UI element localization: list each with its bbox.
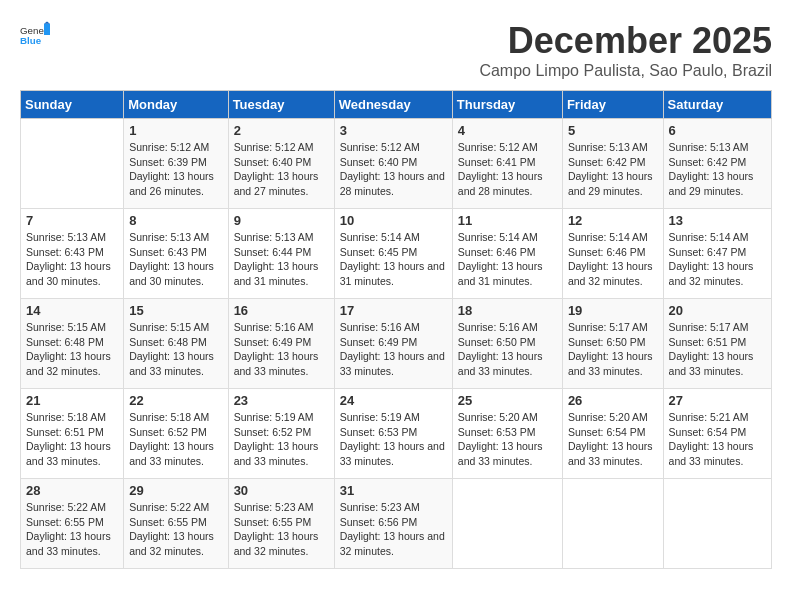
day-cell: 9Sunrise: 5:13 AMSunset: 6:44 PMDaylight… bbox=[228, 209, 334, 299]
day-cell: 20Sunrise: 5:17 AMSunset: 6:51 PMDayligh… bbox=[663, 299, 771, 389]
day-cell: 11Sunrise: 5:14 AMSunset: 6:46 PMDayligh… bbox=[452, 209, 562, 299]
day-info: Sunrise: 5:13 AMSunset: 6:43 PMDaylight:… bbox=[26, 230, 118, 289]
day-number: 26 bbox=[568, 393, 658, 408]
day-cell: 4Sunrise: 5:12 AMSunset: 6:41 PMDaylight… bbox=[452, 119, 562, 209]
day-cell: 22Sunrise: 5:18 AMSunset: 6:52 PMDayligh… bbox=[124, 389, 228, 479]
day-number: 11 bbox=[458, 213, 557, 228]
day-info: Sunrise: 5:18 AMSunset: 6:51 PMDaylight:… bbox=[26, 410, 118, 469]
day-number: 28 bbox=[26, 483, 118, 498]
day-info: Sunrise: 5:16 AMSunset: 6:50 PMDaylight:… bbox=[458, 320, 557, 379]
day-info: Sunrise: 5:12 AMSunset: 6:40 PMDaylight:… bbox=[340, 140, 447, 199]
day-number: 23 bbox=[234, 393, 329, 408]
day-cell: 18Sunrise: 5:16 AMSunset: 6:50 PMDayligh… bbox=[452, 299, 562, 389]
day-cell bbox=[663, 479, 771, 569]
day-info: Sunrise: 5:12 AMSunset: 6:41 PMDaylight:… bbox=[458, 140, 557, 199]
day-number: 1 bbox=[129, 123, 222, 138]
col-header-wednesday: Wednesday bbox=[334, 91, 452, 119]
day-cell: 7Sunrise: 5:13 AMSunset: 6:43 PMDaylight… bbox=[21, 209, 124, 299]
day-number: 19 bbox=[568, 303, 658, 318]
day-number: 8 bbox=[129, 213, 222, 228]
day-cell: 13Sunrise: 5:14 AMSunset: 6:47 PMDayligh… bbox=[663, 209, 771, 299]
col-header-saturday: Saturday bbox=[663, 91, 771, 119]
location-title: Campo Limpo Paulista, Sao Paulo, Brazil bbox=[479, 62, 772, 80]
day-number: 5 bbox=[568, 123, 658, 138]
week-row: 7Sunrise: 5:13 AMSunset: 6:43 PMDaylight… bbox=[21, 209, 772, 299]
day-number: 25 bbox=[458, 393, 557, 408]
header: General Blue December 2025 Campo Limpo P… bbox=[20, 20, 772, 80]
day-number: 21 bbox=[26, 393, 118, 408]
day-info: Sunrise: 5:13 AMSunset: 6:44 PMDaylight:… bbox=[234, 230, 329, 289]
day-cell: 27Sunrise: 5:21 AMSunset: 6:54 PMDayligh… bbox=[663, 389, 771, 479]
day-cell: 25Sunrise: 5:20 AMSunset: 6:53 PMDayligh… bbox=[452, 389, 562, 479]
day-cell bbox=[452, 479, 562, 569]
week-row: 21Sunrise: 5:18 AMSunset: 6:51 PMDayligh… bbox=[21, 389, 772, 479]
week-row: 1Sunrise: 5:12 AMSunset: 6:39 PMDaylight… bbox=[21, 119, 772, 209]
day-info: Sunrise: 5:20 AMSunset: 6:53 PMDaylight:… bbox=[458, 410, 557, 469]
day-cell: 6Sunrise: 5:13 AMSunset: 6:42 PMDaylight… bbox=[663, 119, 771, 209]
day-cell: 17Sunrise: 5:16 AMSunset: 6:49 PMDayligh… bbox=[334, 299, 452, 389]
day-number: 6 bbox=[669, 123, 766, 138]
day-number: 3 bbox=[340, 123, 447, 138]
day-number: 29 bbox=[129, 483, 222, 498]
day-number: 4 bbox=[458, 123, 557, 138]
day-number: 2 bbox=[234, 123, 329, 138]
day-number: 15 bbox=[129, 303, 222, 318]
day-cell: 31Sunrise: 5:23 AMSunset: 6:56 PMDayligh… bbox=[334, 479, 452, 569]
day-cell: 21Sunrise: 5:18 AMSunset: 6:51 PMDayligh… bbox=[21, 389, 124, 479]
day-number: 18 bbox=[458, 303, 557, 318]
day-cell: 2Sunrise: 5:12 AMSunset: 6:40 PMDaylight… bbox=[228, 119, 334, 209]
day-cell: 3Sunrise: 5:12 AMSunset: 6:40 PMDaylight… bbox=[334, 119, 452, 209]
day-cell: 23Sunrise: 5:19 AMSunset: 6:52 PMDayligh… bbox=[228, 389, 334, 479]
day-info: Sunrise: 5:16 AMSunset: 6:49 PMDaylight:… bbox=[340, 320, 447, 379]
day-number: 31 bbox=[340, 483, 447, 498]
day-cell: 24Sunrise: 5:19 AMSunset: 6:53 PMDayligh… bbox=[334, 389, 452, 479]
col-header-friday: Friday bbox=[562, 91, 663, 119]
day-info: Sunrise: 5:15 AMSunset: 6:48 PMDaylight:… bbox=[129, 320, 222, 379]
day-cell: 12Sunrise: 5:14 AMSunset: 6:46 PMDayligh… bbox=[562, 209, 663, 299]
day-info: Sunrise: 5:16 AMSunset: 6:49 PMDaylight:… bbox=[234, 320, 329, 379]
day-cell: 30Sunrise: 5:23 AMSunset: 6:55 PMDayligh… bbox=[228, 479, 334, 569]
day-number: 7 bbox=[26, 213, 118, 228]
col-header-monday: Monday bbox=[124, 91, 228, 119]
day-cell: 5Sunrise: 5:13 AMSunset: 6:42 PMDaylight… bbox=[562, 119, 663, 209]
day-info: Sunrise: 5:17 AMSunset: 6:51 PMDaylight:… bbox=[669, 320, 766, 379]
day-cell: 16Sunrise: 5:16 AMSunset: 6:49 PMDayligh… bbox=[228, 299, 334, 389]
day-info: Sunrise: 5:14 AMSunset: 6:47 PMDaylight:… bbox=[669, 230, 766, 289]
day-number: 22 bbox=[129, 393, 222, 408]
day-info: Sunrise: 5:14 AMSunset: 6:46 PMDaylight:… bbox=[458, 230, 557, 289]
day-number: 14 bbox=[26, 303, 118, 318]
day-cell: 26Sunrise: 5:20 AMSunset: 6:54 PMDayligh… bbox=[562, 389, 663, 479]
day-number: 13 bbox=[669, 213, 766, 228]
day-info: Sunrise: 5:14 AMSunset: 6:46 PMDaylight:… bbox=[568, 230, 658, 289]
day-cell: 15Sunrise: 5:15 AMSunset: 6:48 PMDayligh… bbox=[124, 299, 228, 389]
day-number: 17 bbox=[340, 303, 447, 318]
day-number: 20 bbox=[669, 303, 766, 318]
week-row: 14Sunrise: 5:15 AMSunset: 6:48 PMDayligh… bbox=[21, 299, 772, 389]
col-header-tuesday: Tuesday bbox=[228, 91, 334, 119]
logo: General Blue bbox=[20, 20, 50, 50]
header-row: SundayMondayTuesdayWednesdayThursdayFrid… bbox=[21, 91, 772, 119]
svg-text:Blue: Blue bbox=[20, 35, 42, 46]
day-number: 10 bbox=[340, 213, 447, 228]
svg-marker-3 bbox=[44, 22, 50, 24]
day-number: 9 bbox=[234, 213, 329, 228]
title-area: December 2025 Campo Limpo Paulista, Sao … bbox=[479, 20, 772, 80]
calendar-table: SundayMondayTuesdayWednesdayThursdayFrid… bbox=[20, 90, 772, 569]
day-info: Sunrise: 5:22 AMSunset: 6:55 PMDaylight:… bbox=[129, 500, 222, 559]
week-row: 28Sunrise: 5:22 AMSunset: 6:55 PMDayligh… bbox=[21, 479, 772, 569]
day-number: 12 bbox=[568, 213, 658, 228]
day-cell: 1Sunrise: 5:12 AMSunset: 6:39 PMDaylight… bbox=[124, 119, 228, 209]
day-info: Sunrise: 5:18 AMSunset: 6:52 PMDaylight:… bbox=[129, 410, 222, 469]
day-info: Sunrise: 5:12 AMSunset: 6:39 PMDaylight:… bbox=[129, 140, 222, 199]
day-info: Sunrise: 5:23 AMSunset: 6:55 PMDaylight:… bbox=[234, 500, 329, 559]
day-number: 30 bbox=[234, 483, 329, 498]
day-info: Sunrise: 5:19 AMSunset: 6:53 PMDaylight:… bbox=[340, 410, 447, 469]
day-info: Sunrise: 5:13 AMSunset: 6:42 PMDaylight:… bbox=[669, 140, 766, 199]
day-cell: 19Sunrise: 5:17 AMSunset: 6:50 PMDayligh… bbox=[562, 299, 663, 389]
day-cell bbox=[21, 119, 124, 209]
month-title: December 2025 bbox=[479, 20, 772, 62]
day-info: Sunrise: 5:13 AMSunset: 6:42 PMDaylight:… bbox=[568, 140, 658, 199]
day-info: Sunrise: 5:12 AMSunset: 6:40 PMDaylight:… bbox=[234, 140, 329, 199]
col-header-sunday: Sunday bbox=[21, 91, 124, 119]
day-cell: 14Sunrise: 5:15 AMSunset: 6:48 PMDayligh… bbox=[21, 299, 124, 389]
